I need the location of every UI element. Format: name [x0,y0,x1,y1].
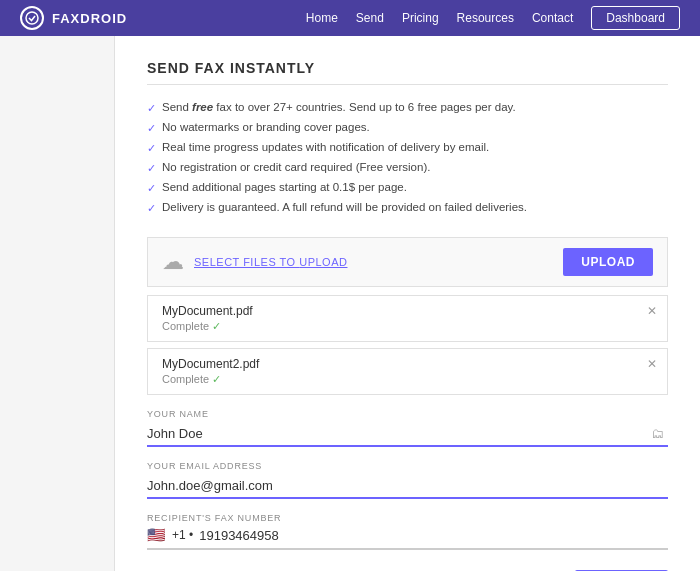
file-name-1: MyDocument.pdf [162,304,653,318]
feature-item-6: ✓ Delivery is guaranteed. A full refund … [147,201,668,215]
header: FAXDROID Home Send Pricing Resources Con… [0,0,700,36]
feature-item-4: ✓ No registration or credit card require… [147,161,668,175]
sidebar [0,36,115,571]
complete-check-2: ✓ [212,373,221,385]
content-area: SEND FAX INSTANTLY ✓ Send free fax to ov… [115,36,700,571]
check-icon-2: ✓ [147,122,156,135]
file-close-1[interactable]: ✕ [647,304,657,318]
check-icon-4: ✓ [147,162,156,175]
main-layout: SEND FAX INSTANTLY ✓ Send free fax to ov… [0,36,700,571]
logo-icon [20,6,44,30]
feature-item-1: ✓ Send free fax to over 27+ countries. S… [147,101,668,115]
email-input[interactable] [147,474,668,499]
nav-resources[interactable]: Resources [457,11,514,25]
file-status-1: Complete ✓ [162,320,653,333]
name-group: YOUR NAME 🗂 [147,409,668,447]
file-item-2: ✕ MyDocument2.pdf Complete ✓ [147,348,668,395]
nav-pricing[interactable]: Pricing [402,11,439,25]
section-title: SEND FAX INSTANTLY [147,60,668,85]
name-input[interactable] [147,422,668,447]
upload-area: ☁ SELECT FILES TO UPLOAD UPLOAD [147,237,668,287]
country-code: +1 • [172,528,193,542]
email-label: YOUR EMAIL ADDRESS [147,461,668,471]
check-icon-1: ✓ [147,102,156,115]
check-icon-6: ✓ [147,202,156,215]
logo: FAXDROID [20,6,127,30]
features-list: ✓ Send free fax to over 27+ countries. S… [147,101,668,215]
svg-point-0 [26,12,38,24]
complete-check-1: ✓ [212,320,221,332]
upload-link[interactable]: UPLOAD [299,256,347,268]
nav-send[interactable]: Send [356,11,384,25]
file-item-1: ✕ MyDocument.pdf Complete ✓ [147,295,668,342]
feature-item-2: ✓ No watermarks or branding cover pages. [147,121,668,135]
check-icon-3: ✓ [147,142,156,155]
name-label: YOUR NAME [147,409,668,419]
main-nav: Home Send Pricing Resources Contact Dash… [306,6,680,30]
upload-button[interactable]: UPLOAD [563,248,653,276]
fax-group: RECIPIENT'S FAX NUMBER 🇺🇸 +1 • [147,513,668,550]
flag-icon: 🇺🇸 [147,526,166,544]
file-close-2[interactable]: ✕ [647,357,657,371]
name-icon: 🗂 [651,426,664,441]
nav-contact[interactable]: Contact [532,11,573,25]
fax-label: RECIPIENT'S FAX NUMBER [147,513,668,523]
feature-item-5: ✓ Send additional pages starting at 0.1$… [147,181,668,195]
upload-label: SELECT FILES TO UPLOAD [194,256,347,268]
cloud-upload-icon: ☁ [162,249,184,275]
dashboard-button[interactable]: Dashboard [591,6,680,30]
email-group: YOUR EMAIL ADDRESS [147,461,668,499]
fax-input[interactable] [199,528,668,543]
file-status-2: Complete ✓ [162,373,653,386]
check-icon-5: ✓ [147,182,156,195]
feature-item-3: ✓ Real time progress updates with notifi… [147,141,668,155]
logo-text: FAXDROID [52,11,127,26]
file-name-2: MyDocument2.pdf [162,357,653,371]
nav-home[interactable]: Home [306,11,338,25]
